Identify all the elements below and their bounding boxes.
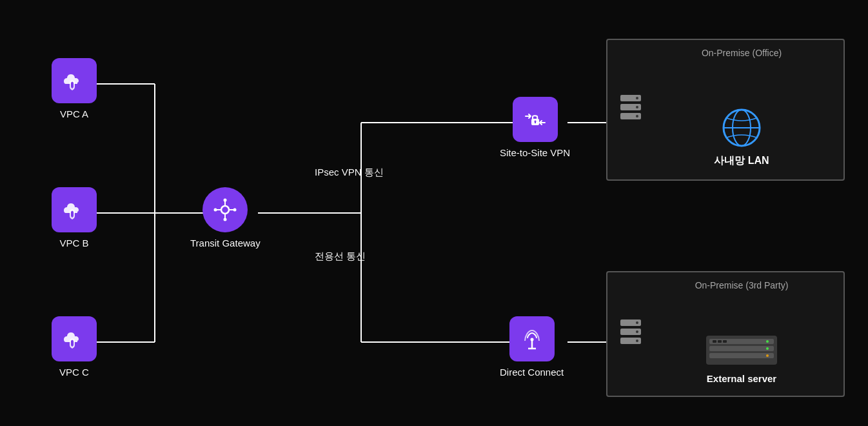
- vpc-c-label: VPC C: [59, 367, 89, 378]
- on-premise-office-title: On-Premise (Office): [646, 48, 837, 58]
- vpc-a-node: VPC A: [52, 58, 97, 119]
- dedicated-label: 전용선 통신: [315, 250, 366, 263]
- svg-point-46: [766, 347, 769, 350]
- on-premise-office-inner-label: 사내망 LAN: [714, 154, 769, 168]
- svg-rect-50: [723, 340, 727, 343]
- on-premise-3rd-inner-label: External server: [707, 373, 776, 384]
- on-premise-3rd-box: On-Premise (3rd Party) External server: [606, 271, 845, 397]
- svg-point-45: [766, 340, 769, 343]
- on-premise-office-box: On-Premise (Office) 사내망 LAN: [606, 39, 845, 181]
- vpc-b-icon: [52, 187, 97, 232]
- svg-point-30: [636, 106, 638, 108]
- server-icon-office: [618, 92, 644, 127]
- svg-point-31: [636, 115, 638, 117]
- on-premise-3rd-title: On-Premise (3rd Party): [646, 280, 837, 290]
- svg-point-18: [214, 208, 217, 212]
- direct-connect-label: Direct Connect: [500, 367, 564, 378]
- svg-rect-22: [535, 121, 536, 123]
- vpc-a-label: VPC A: [60, 108, 88, 119]
- svg-point-19: [233, 208, 237, 212]
- svg-point-40: [636, 340, 638, 342]
- svg-rect-43: [709, 346, 774, 351]
- on-premise-3rd-content: External server: [646, 332, 837, 384]
- svg-rect-48: [713, 340, 716, 343]
- site-to-site-vpn-icon: [513, 97, 558, 142]
- svg-point-25: [530, 338, 533, 341]
- vpc-c-node: VPC C: [52, 316, 97, 378]
- site-to-site-vpn-node: Site-to-Site VPN: [500, 97, 570, 158]
- diagram-container: VPC A VPC B VPC C: [0, 0, 868, 426]
- svg-rect-49: [718, 340, 722, 343]
- vpc-b-node: VPC B: [52, 187, 97, 249]
- svg-point-39: [636, 330, 638, 333]
- svg-point-17: [224, 218, 227, 221]
- server-icon-3rd: [618, 317, 644, 352]
- direct-connect-node: Direct Connect: [500, 316, 564, 378]
- direct-connect-icon: [509, 316, 555, 361]
- vpc-c-icon: [52, 316, 97, 361]
- svg-rect-44: [709, 353, 774, 358]
- transit-gateway-icon: [202, 187, 248, 232]
- svg-point-47: [766, 354, 769, 357]
- vpc-b-label: VPC B: [59, 238, 88, 249]
- svg-point-29: [636, 97, 638, 99]
- ipsec-label: IPsec VPN 통신: [315, 167, 384, 179]
- vpc-a-icon: [52, 58, 97, 103]
- transit-gateway-label: Transit Gateway: [190, 238, 261, 249]
- svg-point-38: [636, 321, 638, 324]
- svg-point-16: [224, 199, 227, 202]
- on-premise-office-content: 사내망 LAN: [646, 105, 837, 168]
- transit-gateway-node: Transit Gateway: [190, 187, 261, 249]
- svg-point-11: [221, 206, 229, 214]
- site-to-site-vpn-label: Site-to-Site VPN: [500, 147, 570, 158]
